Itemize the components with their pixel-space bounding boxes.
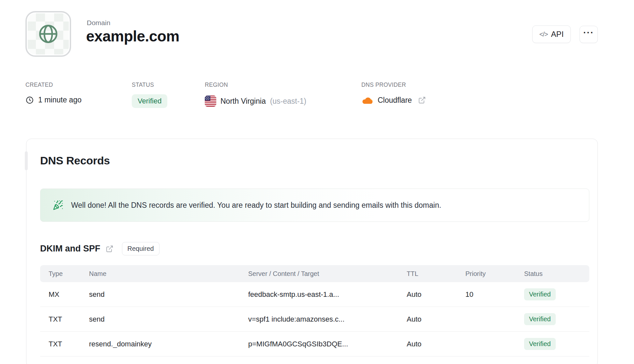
meta-status: STATUS Verified — [132, 82, 167, 108]
col-status: Status — [524, 270, 589, 278]
dns-provider-value: Cloudflare — [378, 96, 412, 105]
success-banner-text: Well done! All the DNS records are verif… — [71, 201, 441, 210]
table-row[interactable]: TXT resend._domainkey p=MIGfMA0GCSqGSIb3… — [40, 332, 589, 356]
external-link-icon[interactable] — [418, 96, 426, 104]
created-label: CREATED — [25, 82, 82, 88]
meta-dns-provider: DNS PROVIDER Cloudflare — [361, 82, 426, 105]
cell-content: feedback-smtp.us-east-1.a... — [248, 290, 407, 299]
verified-badge: Verified — [524, 313, 556, 325]
us-flag-icon — [205, 96, 216, 107]
cell-type: MX — [40, 290, 89, 299]
success-banner: Well done! All the DNS records are verif… — [40, 189, 589, 222]
col-name: Name — [89, 270, 248, 278]
clock-icon — [25, 96, 34, 104]
page-title: example.com — [86, 27, 179, 45]
dns-provider-label: DNS PROVIDER — [361, 82, 426, 88]
meta-created: CREATED 1 minute ago — [25, 82, 82, 104]
cell-status: Verified — [524, 338, 589, 350]
api-button-label: API — [551, 30, 564, 39]
domain-avatar — [25, 11, 71, 57]
cell-priority: 10 — [465, 290, 524, 299]
table-header-row: Type Name Server / Content / Target TTL … — [40, 265, 589, 282]
region-value: North Virginia — [220, 97, 266, 106]
col-type: Type — [40, 270, 89, 278]
verified-badge: Verified — [524, 288, 556, 300]
ellipsis-icon: ··· — [583, 28, 594, 38]
required-badge: Required — [122, 242, 159, 255]
dns-records-table: Type Name Server / Content / Target TTL … — [40, 265, 589, 356]
cell-content: v=spf1 include:amazonses.c... — [248, 315, 407, 324]
region-code: (us-east-1) — [270, 97, 306, 106]
table-row[interactable]: MX send feedback-smtp.us-east-1.a... Aut… — [40, 282, 589, 307]
col-content: Server / Content / Target — [248, 270, 407, 278]
created-value: 1 minute ago — [38, 96, 82, 104]
domain-eyebrow: Domain — [87, 19, 110, 27]
party-popper-icon — [53, 200, 63, 210]
col-ttl: TTL — [407, 270, 465, 278]
code-icon: </> — [539, 31, 548, 38]
status-label: STATUS — [132, 82, 167, 88]
cell-content: p=MIGfMA0GCSqGSIb3DQE... — [248, 340, 407, 348]
cell-name: send — [89, 290, 248, 299]
api-button[interactable]: </> API — [532, 25, 571, 43]
table-row[interactable]: TXT send v=spf1 include:amazonses.c... A… — [40, 307, 589, 332]
meta-region: REGION North Virginia ( — [205, 82, 306, 107]
external-link-icon[interactable] — [106, 245, 113, 253]
dkim-spf-section-header: DKIM and SPF Required — [40, 242, 589, 255]
more-options-button[interactable]: ··· — [580, 26, 598, 43]
dkim-spf-title: DKIM and SPF — [40, 244, 100, 254]
dns-records-card: DNS Records Well done! All the DNS recor… — [26, 139, 598, 364]
region-label: REGION — [205, 82, 306, 88]
status-badge: Verified — [132, 94, 167, 108]
cell-ttl: Auto — [407, 290, 465, 299]
cell-ttl: Auto — [407, 315, 465, 324]
section-scroll-indicator — [25, 151, 28, 170]
cell-status: Verified — [524, 288, 589, 300]
verified-badge: Verified — [524, 338, 556, 350]
cloudflare-icon — [361, 96, 373, 105]
cell-status: Verified — [524, 313, 589, 325]
globe-icon — [37, 23, 59, 45]
cell-type: TXT — [40, 315, 89, 324]
cell-ttl: Auto — [407, 340, 465, 348]
cell-name: resend._domainkey — [89, 340, 248, 348]
dns-records-title: DNS Records — [40, 154, 589, 167]
cell-name: send — [89, 315, 248, 324]
col-priority: Priority — [465, 270, 524, 278]
cell-type: TXT — [40, 340, 89, 348]
